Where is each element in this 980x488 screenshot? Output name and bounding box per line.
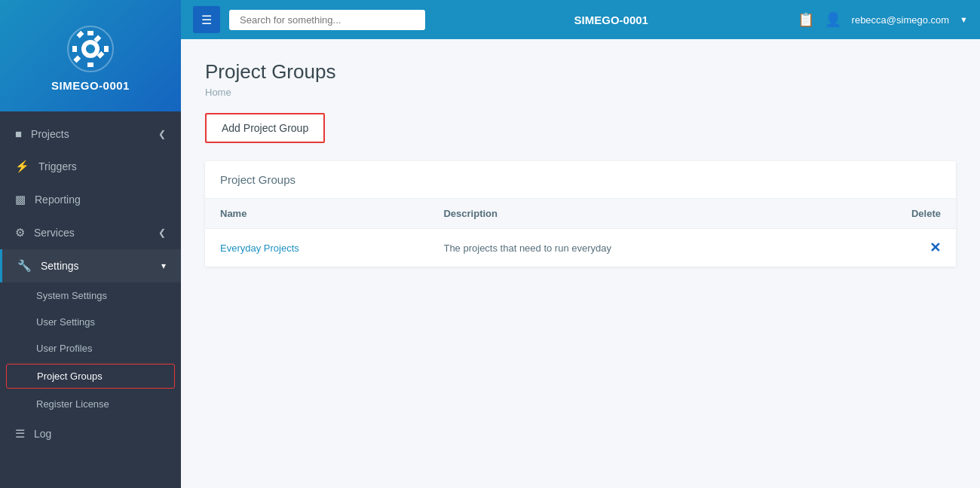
- sidebar-item-label: Settings: [41, 260, 79, 272]
- sidebar-item-settings[interactable]: 🔧 Settings ▾: [0, 249, 181, 282]
- notifications-icon[interactable]: 📋: [798, 11, 814, 28]
- sidebar-item-user-profiles[interactable]: User Profiles: [0, 335, 181, 361]
- register-license-label: Register License: [36, 398, 109, 410]
- sidebar-item-label: Projects: [31, 128, 69, 140]
- user-icon: 👤: [825, 11, 841, 28]
- col-header-name: Name: [205, 199, 428, 229]
- settings-icon: 🔧: [17, 259, 32, 273]
- sidebar-item-system-settings[interactable]: System Settings: [0, 282, 181, 309]
- sidebar-item-projects[interactable]: ■ Projects ❮: [0, 117, 181, 150]
- user-settings-label: User Settings: [36, 316, 95, 328]
- project-groups-table: Name Description Delete Everyday Project…: [205, 199, 956, 267]
- delete-button[interactable]: ✕: [929, 239, 941, 256]
- project-groups-table-card: Project Groups Name Description Delete E…: [205, 161, 956, 267]
- col-header-delete: Delete: [834, 199, 956, 229]
- user-profiles-label: User Profiles: [36, 343, 92, 354]
- topbar-right: 📋 👤 rebecca@simego.com ▼: [798, 11, 968, 28]
- breadcrumb[interactable]: Home: [205, 87, 956, 98]
- row-description-cell: The projects that need to run everyday: [428, 229, 834, 267]
- add-project-group-button[interactable]: Add Project Group: [205, 113, 325, 143]
- log-icon: ☰: [15, 427, 25, 441]
- reporting-icon: ▩: [15, 193, 26, 206]
- sidebar-item-triggers[interactable]: ⚡ Triggers: [0, 150, 181, 183]
- menu-toggle-button[interactable]: ☰: [193, 6, 220, 33]
- main-container: ☰ SIMEGO-0001 📋 👤 rebecca@simego.com ▼ P…: [181, 0, 980, 488]
- services-arrow: ❮: [158, 227, 166, 238]
- sidebar-nav: ■ Projects ❮ ⚡ Triggers ▩ Reporting ⚙ Se…: [0, 111, 181, 488]
- topbar-site-title: SIMEGO-0001: [434, 14, 789, 26]
- topbar: ☰ SIMEGO-0001 📋 👤 rebecca@simego.com ▼: [181, 0, 980, 39]
- content-area: Project Groups Home Add Project Group Pr…: [181, 39, 980, 488]
- sidebar-item-label: Log: [34, 428, 51, 440]
- sidebar-header: S SIMEGO-0001: [0, 0, 181, 111]
- triggers-icon: ⚡: [15, 160, 29, 173]
- user-email[interactable]: rebecca@simego.com: [852, 14, 950, 26]
- sidebar-item-log[interactable]: ☰ Log: [0, 417, 181, 450]
- sidebar-item-project-groups[interactable]: Project Groups: [6, 364, 175, 389]
- settings-arrow: ▾: [161, 261, 166, 271]
- sidebar-item-reporting[interactable]: ▩ Reporting: [0, 183, 181, 216]
- row-name-cell: Everyday Projects: [205, 229, 428, 267]
- sidebar-item-register-license[interactable]: Register License: [0, 391, 181, 417]
- projects-icon: ■: [15, 127, 22, 140]
- col-header-description: Description: [428, 199, 834, 229]
- simego-logo: S: [66, 25, 115, 73]
- svg-text:S: S: [87, 43, 93, 55]
- system-settings-label: System Settings: [36, 290, 107, 301]
- projects-arrow: ❮: [158, 129, 166, 139]
- user-dropdown-arrow[interactable]: ▼: [960, 15, 968, 24]
- project-groups-label: Project Groups: [37, 371, 103, 382]
- project-group-link[interactable]: Everyday Projects: [220, 242, 299, 254]
- sidebar-item-label: Triggers: [38, 160, 77, 172]
- sidebar-item-label: Services: [34, 227, 75, 239]
- row-delete-cell: ✕: [834, 229, 956, 267]
- table-card-header: Project Groups: [205, 161, 956, 199]
- sidebar-item-services[interactable]: ⚙ Services ❮: [0, 216, 181, 249]
- sidebar-item-label: Reporting: [35, 194, 81, 206]
- sidebar: S SIMEGO-0001 ■ Projects ❮ ⚡ Triggers ▩ …: [0, 0, 181, 488]
- sidebar-title: SIMEGO-0001: [51, 79, 130, 92]
- table-row: Everyday Projects The projects that need…: [205, 229, 956, 267]
- page-title: Project Groups: [205, 60, 956, 84]
- search-input[interactable]: [229, 10, 425, 30]
- services-icon: ⚙: [15, 226, 25, 239]
- sidebar-item-user-settings[interactable]: User Settings: [0, 309, 181, 335]
